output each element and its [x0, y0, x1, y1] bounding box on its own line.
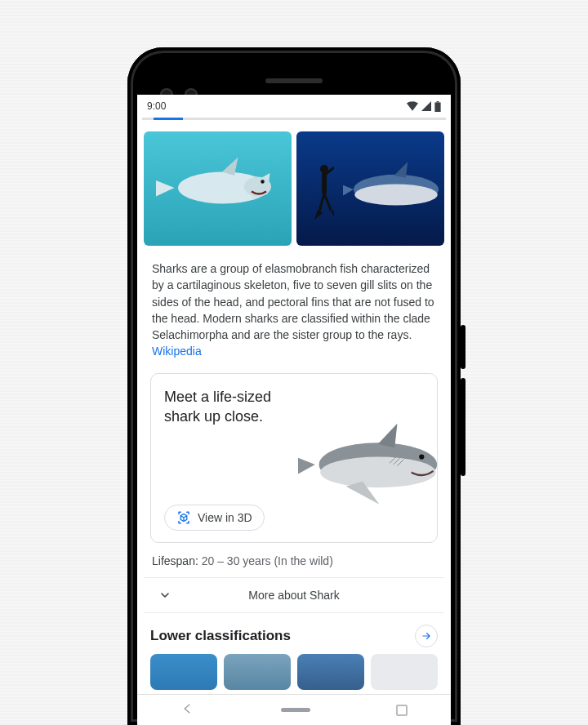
lifespan-value: 20 – 30 years (In the wild)	[202, 554, 333, 567]
image-result[interactable]	[296, 131, 444, 246]
source-link[interactable]: Wikipedia	[152, 345, 202, 358]
arrow-right-icon	[421, 630, 432, 642]
nav-home-handle[interactable]	[281, 708, 310, 712]
expand-more-row[interactable]: More about Shark	[144, 577, 444, 613]
section-header: Lower classifications	[150, 625, 438, 647]
view-in-3d-button[interactable]: View in 3D	[164, 505, 265, 531]
svg-point-24	[419, 454, 424, 459]
svg-marker-17	[314, 210, 323, 220]
nav-back-button[interactable]	[180, 701, 195, 719]
svg-marker-21	[378, 423, 398, 447]
battery-icon	[434, 101, 441, 112]
volume-button	[461, 378, 466, 476]
classification-card[interactable]	[224, 654, 291, 690]
view-in-3d-label: View in 3D	[198, 511, 252, 524]
search-tabs-indicator	[142, 118, 446, 120]
description-text: Sharks are a group of elasmobranch fish …	[152, 262, 434, 341]
classifications-carousel[interactable]	[150, 654, 438, 690]
knowledge-panel-description: Sharks are a group of elasmobranch fish …	[152, 260, 436, 360]
svg-line-15	[319, 193, 324, 211]
svg-rect-0	[434, 102, 440, 112]
svg-marker-4	[156, 180, 175, 197]
nav-recents-button[interactable]	[396, 705, 408, 716]
shark-image-icon	[152, 151, 283, 225]
svg-marker-11	[394, 162, 408, 178]
image-result[interactable]	[144, 131, 292, 246]
svg-point-9	[354, 185, 437, 206]
lifespan-label: Lifespan:	[152, 554, 198, 567]
section-scroll-right-button[interactable]	[415, 625, 438, 647]
classification-card[interactable]	[297, 654, 364, 690]
diver-icon	[314, 162, 334, 220]
image-carousel[interactable]	[144, 131, 444, 246]
svg-rect-1	[437, 101, 439, 102]
phone-speaker	[265, 78, 323, 83]
svg-marker-10	[343, 183, 354, 198]
classification-card[interactable]	[150, 654, 217, 690]
phone-device-frame: 9:00	[127, 47, 461, 725]
wifi-icon	[407, 101, 418, 111]
power-button	[461, 325, 466, 369]
svg-point-7	[261, 180, 265, 184]
chevron-down-icon	[158, 589, 172, 602]
svg-line-16	[324, 193, 331, 210]
status-time: 9:00	[147, 100, 166, 112]
fact-lifespan: Lifespan: 20 – 30 years (In the wild)	[152, 554, 436, 567]
ar-card-title: Meet a life-sized shark up close.	[164, 387, 311, 427]
cellular-icon	[421, 101, 431, 111]
phone-screen: 9:00	[137, 95, 451, 725]
search-results-content[interactable]: Sharks are a group of elasmobranch fish …	[137, 120, 451, 725]
section-title: Lower classifications	[150, 628, 291, 644]
svg-point-20	[320, 456, 435, 487]
expand-label: More about Shark	[248, 589, 339, 602]
ar-shark-model-icon	[298, 420, 438, 509]
shark-image-icon	[343, 153, 444, 226]
ar-card: Meet a life-sized shark up close.	[150, 373, 438, 543]
svg-marker-22	[298, 454, 315, 477]
classification-card[interactable]	[371, 654, 438, 690]
status-icons	[407, 101, 441, 112]
status-bar: 9:00	[137, 95, 451, 118]
android-nav-bar	[137, 694, 451, 725]
cube-3d-icon	[176, 510, 191, 525]
